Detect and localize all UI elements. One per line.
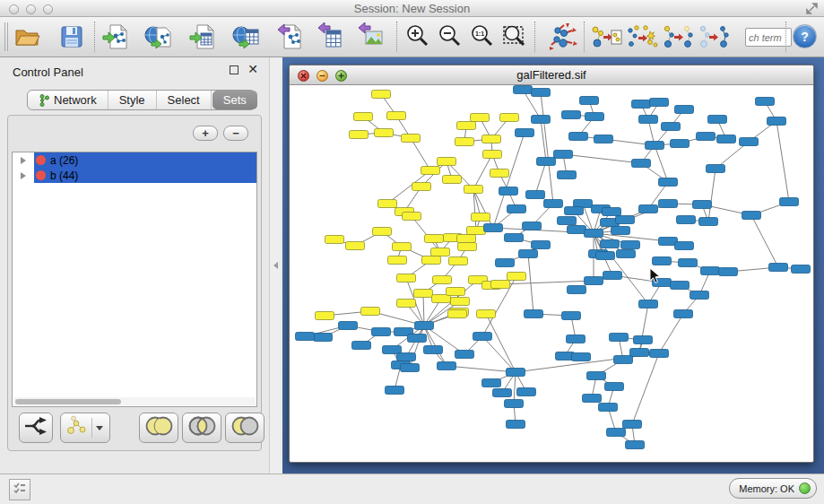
- panel-splitter[interactable]: [269, 57, 282, 474]
- tab-style[interactable]: Style: [108, 91, 157, 109]
- network-node[interactable]: [650, 99, 669, 107]
- show-all-button[interactable]: [697, 21, 731, 53]
- network-node[interactable]: [792, 265, 811, 274]
- network-node[interactable]: [339, 322, 358, 330]
- network-node[interactable]: [438, 362, 456, 370]
- network-node[interactable]: [393, 243, 412, 251]
- network-node[interactable]: [674, 310, 693, 318]
- network-node[interactable]: [457, 122, 476, 130]
- network-node[interactable]: [569, 133, 588, 141]
- network-node[interactable]: [386, 387, 404, 395]
- network-node[interactable]: [599, 404, 618, 412]
- network-node[interactable]: [699, 218, 718, 226]
- network-node[interactable]: [567, 335, 585, 343]
- zoom-actual-size-button[interactable]: 1:1: [466, 21, 499, 53]
- network-node[interactable]: [414, 290, 433, 298]
- network-node[interactable]: [532, 116, 551, 124]
- network-node[interactable]: [646, 142, 664, 150]
- network-node[interactable]: [639, 116, 658, 124]
- select-first-neighbors-button[interactable]: [625, 21, 659, 53]
- import-network-file-button[interactable]: [100, 21, 133, 53]
- network-node[interactable]: [296, 333, 315, 341]
- network-node[interactable]: [675, 242, 694, 250]
- network-node[interactable]: [525, 310, 543, 318]
- network-node[interactable]: [603, 272, 622, 280]
- import-network-url-button[interactable]: [143, 21, 176, 53]
- task-history-button[interactable]: [9, 479, 30, 500]
- network-node[interactable]: [607, 429, 626, 437]
- network-node[interactable]: [740, 138, 759, 146]
- zoom-fit-selected-button[interactable]: [499, 21, 531, 53]
- network-node[interactable]: [554, 151, 573, 159]
- network-node[interactable]: [603, 208, 621, 216]
- network-node[interactable]: [433, 276, 452, 284]
- network-node[interactable]: [471, 114, 490, 122]
- dropdown-arrow-icon[interactable]: [96, 426, 103, 430]
- network-node[interactable]: [565, 207, 584, 215]
- export-image-button[interactable]: [355, 21, 387, 53]
- network-node[interactable]: [517, 388, 536, 396]
- network-node[interactable]: [585, 277, 603, 285]
- network-node[interactable]: [421, 167, 440, 175]
- network-node[interactable]: [532, 241, 551, 249]
- network-node[interactable]: [719, 268, 738, 276]
- network-canvas[interactable]: [290, 85, 813, 462]
- network-node[interactable]: [500, 114, 519, 122]
- network-node[interactable]: [708, 116, 727, 124]
- network-node[interactable]: [558, 217, 577, 225]
- network-node[interactable]: [634, 336, 653, 344]
- network-node[interactable]: [482, 379, 501, 387]
- save-session-button[interactable]: [56, 21, 88, 53]
- network-node[interactable]: [397, 300, 416, 308]
- network-node[interactable]: [587, 372, 606, 380]
- network-node[interactable]: [601, 240, 620, 248]
- network-node[interactable]: [594, 135, 613, 143]
- network-node[interactable]: [568, 286, 586, 294]
- network-node[interactable]: [690, 291, 709, 300]
- network-node[interactable]: [415, 322, 434, 330]
- import-table-url-button[interactable]: [231, 21, 264, 53]
- network-node[interactable]: [431, 248, 450, 256]
- network-node[interactable]: [402, 135, 421, 143]
- network-node[interactable]: [467, 227, 486, 235]
- network-node[interactable]: [505, 234, 524, 242]
- network-node[interactable]: [596, 252, 615, 260]
- network-node[interactable]: [408, 335, 427, 343]
- zoom-in-button[interactable]: [402, 21, 434, 53]
- network-node[interactable]: [483, 151, 502, 159]
- network-node[interactable]: [507, 273, 526, 281]
- intersect-sets-button[interactable]: [182, 413, 221, 443]
- network-node[interactable]: [325, 236, 344, 244]
- network-node[interactable]: [507, 205, 526, 213]
- network-node[interactable]: [639, 300, 658, 308]
- network-node[interactable]: [610, 334, 629, 342]
- close-panel-icon[interactable]: ✕: [247, 62, 258, 76]
- network-node[interactable]: [448, 310, 467, 318]
- create-set-combo-button[interactable]: [60, 413, 110, 443]
- network-node[interactable]: [717, 135, 736, 143]
- network-node[interactable]: [493, 389, 512, 397]
- scrollbar-thumb[interactable]: [15, 399, 121, 404]
- network-node[interactable]: [653, 257, 672, 265]
- network-node[interactable]: [659, 200, 678, 208]
- network-node[interactable]: [387, 112, 406, 120]
- difference-sets-button[interactable]: [225, 413, 265, 443]
- network-node[interactable]: [562, 312, 581, 320]
- network-node[interactable]: [388, 256, 407, 265]
- network-node[interactable]: [455, 351, 474, 359]
- network-node[interactable]: [580, 97, 599, 105]
- memory-status-button[interactable]: Memory: OK: [729, 478, 817, 499]
- network-node[interactable]: [496, 259, 515, 267]
- network-node[interactable]: [491, 281, 510, 289]
- network-node[interactable]: [401, 364, 420, 372]
- network-node[interactable]: [679, 259, 698, 267]
- network-node[interactable]: [403, 213, 421, 221]
- network-node[interactable]: [769, 264, 788, 272]
- network-node[interactable]: [438, 158, 456, 166]
- network-node[interactable]: [562, 111, 581, 119]
- zoom-out-button[interactable]: [434, 21, 466, 53]
- network-node[interactable]: [532, 89, 551, 97]
- network-node[interactable]: [484, 224, 503, 232]
- network-node[interactable]: [523, 222, 542, 230]
- network-node[interactable]: [449, 257, 468, 265]
